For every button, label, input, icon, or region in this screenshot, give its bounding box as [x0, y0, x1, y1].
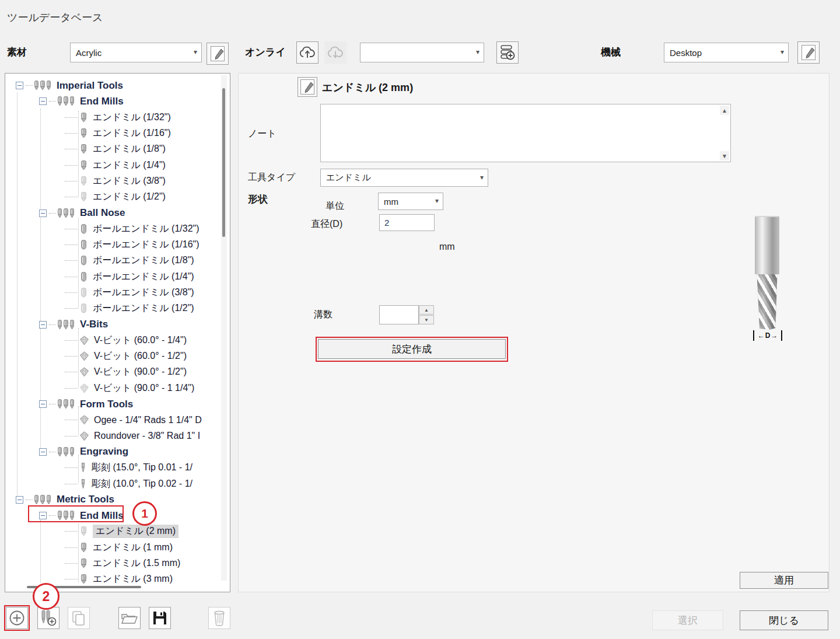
material-label: 素材 [7, 42, 27, 63]
cloud-upload-button[interactable] [296, 41, 318, 64]
tree-item[interactable]: エンドミル (1.5 mm) [6, 556, 221, 571]
expander-minus-icon[interactable] [39, 321, 47, 329]
tree-item[interactable]: V-ビット (60.0° - 1/2") [6, 348, 221, 364]
vbit-icon [79, 367, 89, 377]
diameter-input[interactable]: 2 [379, 214, 435, 231]
tree-item[interactable]: エンドミル (3/8") [6, 173, 221, 189]
tree-group-v-bits[interactable]: V-Bits [6, 316, 221, 332]
arrow-left-icon: ← [758, 331, 765, 340]
tree-item[interactable]: ボールエンドミル (3/8") [6, 285, 221, 301]
stepper-down-button[interactable]: ▼ [419, 315, 434, 324]
tree-item[interactable]: ボールエンドミル (1/4") [6, 269, 221, 285]
notes-textarea[interactable]: ▲ ▼ [320, 104, 731, 162]
notes-label: ノート [248, 128, 276, 140]
expander-minus-icon[interactable] [39, 448, 47, 456]
tree-item[interactable]: ボールエンドミル (1/32") [6, 221, 221, 237]
tree-leader [26, 85, 33, 86]
database-add-button[interactable] [496, 41, 519, 64]
tree-leader [65, 277, 78, 277]
tree-leader [65, 563, 78, 564]
tree-label: エンドミル (1/2") [93, 191, 166, 203]
edit-tool-name-button[interactable] [298, 77, 317, 97]
expander-minus-icon[interactable] [16, 496, 23, 504]
tree-item[interactable]: ボールエンドミル (1/8") [6, 253, 221, 268]
tree-item[interactable]: エンドミル (1/2") [6, 189, 221, 205]
cloud-download-button[interactable] [324, 41, 346, 64]
tree-leader [65, 484, 78, 484]
close-button[interactable]: 閉じる [740, 610, 828, 630]
tree-leader [65, 133, 78, 134]
tree-item[interactable]: エンドミル (1/16") [6, 125, 221, 141]
tree-group-end-mills[interactable]: End Mills [6, 508, 221, 523]
material-select[interactable]: Acrylic [70, 43, 202, 62]
tree-item[interactable]: 彫刻 (15.0°, Tip 0.01 - 1/ [6, 460, 221, 476]
tree-group-imperial-tools[interactable]: Imperial Tools [6, 78, 221, 93]
scrollbar-thumb[interactable] [222, 88, 225, 237]
tool-photo-flutes [756, 274, 778, 330]
units-select[interactable]: mm [378, 193, 443, 210]
arrow-right-icon: → [771, 331, 778, 340]
tool-type-select[interactable]: エンドミル [320, 169, 488, 187]
tree-item[interactable]: エンドミル (3 mm) [6, 571, 221, 584]
tree-item[interactable]: V-ビット (60.0° - 1/4") [6, 333, 221, 348]
tree-label: ボールエンドミル (1/32") [93, 223, 200, 235]
tree-item[interactable]: エンドミル (2 mm) [6, 523, 221, 539]
tree-item[interactable]: エンドミル (1/4") [6, 157, 221, 173]
scroll-up-icon[interactable]: ▲ [720, 106, 729, 115]
ballnose-icon [79, 303, 88, 313]
tree-label: V-ビット (90.0° - 1 1/4") [94, 382, 194, 394]
save-database-button[interactable] [149, 607, 171, 629]
tree-label: エンドミル (1 mm) [93, 542, 173, 554]
tree-group-form-tools[interactable]: Form Tools [6, 396, 221, 412]
tree-item[interactable]: エンドミル (1/8") [6, 141, 221, 157]
diameter-label: 直径(D) [311, 218, 342, 231]
flutes-input[interactable] [379, 305, 419, 324]
expander-minus-icon[interactable] [39, 209, 47, 217]
diameter-dimension-marker: ← D → [753, 330, 782, 341]
online-database-select[interactable] [360, 43, 484, 62]
stepper-up-button[interactable]: ▲ [419, 305, 434, 315]
tree-item[interactable]: エンドミル (1 mm) [6, 540, 221, 556]
engrave-icon [79, 479, 87, 489]
tree-group-metric-tools[interactable]: Metric Tools [6, 492, 221, 508]
tree-item[interactable]: V-ビット (90.0° - 1 1/4") [6, 380, 221, 396]
apply-button[interactable]: 適用 [740, 572, 828, 589]
open-database-button[interactable] [118, 607, 141, 629]
create-settings-button[interactable]: 設定作成 [318, 339, 506, 359]
tree-leader [65, 340, 78, 341]
tree-group-end-mills[interactable]: End Mills [6, 93, 221, 109]
tree-item[interactable]: エンドミル (1/32") [6, 110, 221, 125]
tree-item[interactable]: ボールエンドミル (1/16") [6, 237, 221, 253]
select-button[interactable]: 選択 [652, 610, 723, 630]
tree-group-engraving[interactable]: Engraving [6, 444, 221, 460]
expander-minus-icon[interactable] [16, 82, 23, 89]
dimension-label: D [765, 331, 771, 340]
pencil-icon [300, 79, 314, 95]
ballnose-icon [79, 224, 88, 234]
edit-material-button[interactable] [206, 43, 229, 65]
machine-select[interactable]: Desktop [664, 43, 789, 62]
tree-item[interactable]: 彫刻 (10.0°, Tip 0.02 - 1/ [6, 476, 221, 491]
delete-tool-button[interactable] [208, 607, 230, 629]
tree-leader [65, 149, 78, 149]
page-title: ツールデータベース [7, 11, 103, 25]
annotation-step-2: 2 [33, 583, 60, 610]
tree-group-ball-nose[interactable]: Ball Nose [6, 205, 221, 221]
vbit-icon [79, 351, 89, 361]
copy-tool-button[interactable] [68, 607, 90, 629]
vbit-icon [79, 336, 89, 345]
tool-group-icon [58, 96, 75, 106]
expander-minus-icon[interactable] [39, 97, 47, 105]
tree-vertical-scrollbar[interactable] [221, 75, 227, 581]
tree-item[interactable]: Ogee - 1/4" Rads 1 1/4" D [6, 412, 221, 428]
add-tool-button[interactable] [37, 607, 60, 629]
tree-item[interactable]: ボールエンドミル (1/2") [6, 301, 221, 316]
tree-item[interactable]: Roundover - 3/8" Rad 1" I [6, 428, 221, 444]
diameter-value: 2 [384, 218, 389, 228]
add-group-button[interactable] [6, 607, 28, 629]
scroll-down-icon[interactable]: ▼ [720, 151, 729, 160]
expander-minus-icon[interactable] [39, 512, 47, 519]
expander-minus-icon[interactable] [39, 400, 47, 408]
tree-item[interactable]: V-ビット (90.0° - 1/2") [6, 364, 221, 380]
edit-machine-button[interactable] [797, 41, 820, 64]
